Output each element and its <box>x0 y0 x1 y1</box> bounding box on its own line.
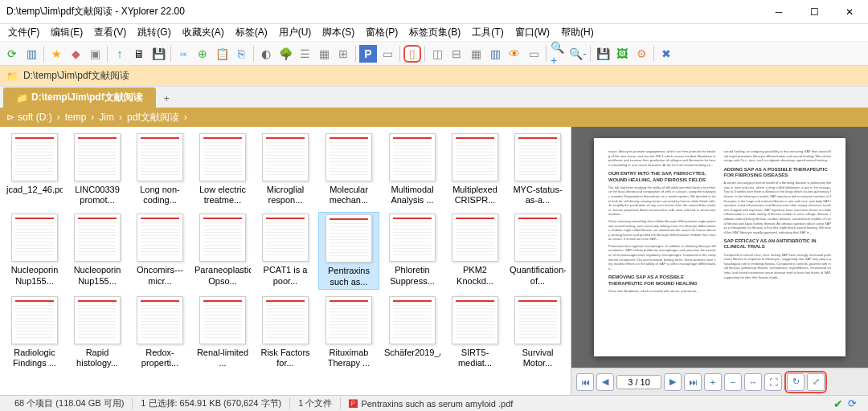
up-arrow-icon[interactable]: ↑ <box>111 45 129 63</box>
fit-width-button[interactable]: ↔ <box>744 373 762 391</box>
file-item[interactable]: Schäfer2019_Article... <box>383 295 442 370</box>
menu-tags[interactable]: 标签(A) <box>231 24 272 41</box>
layout4-icon[interactable]: ▥ <box>486 45 504 63</box>
file-item[interactable]: Microglial respon... <box>256 132 315 207</box>
parking-icon[interactable]: P <box>359 45 377 63</box>
file-item[interactable]: Radiologic Findings ... <box>5 295 64 370</box>
crumb-drive[interactable]: soft (D:) <box>14 112 55 123</box>
drive-icon[interactable]: 💾 <box>149 45 167 63</box>
refresh-icon[interactable]: ⟳ <box>3 45 21 63</box>
desktop-icon[interactable]: 🖥 <box>130 45 148 63</box>
moon-icon[interactable]: ◐ <box>257 45 275 63</box>
file-item[interactable]: Low electric treatme... <box>193 132 252 207</box>
file-item[interactable]: Phloretin Suppress... <box>383 212 442 289</box>
list-view-icon[interactable]: ☰ <box>296 45 313 63</box>
file-item[interactable]: Paraneoplastic Opso... <box>193 212 252 289</box>
settings-icon[interactable]: ✖ <box>657 45 675 63</box>
preview-pane-icon[interactable]: ▯ <box>403 45 421 63</box>
prev-page-button[interactable]: ◀ <box>596 373 614 391</box>
file-item[interactable]: Redox-properti... <box>130 295 190 370</box>
file-item[interactable]: Rituximab Therapy ... <box>318 295 379 370</box>
file-item[interactable]: Multiplexed CRISPR... <box>445 132 505 207</box>
save-icon[interactable]: 💾 <box>594 45 612 63</box>
catalog-icon[interactable]: ▣ <box>86 45 104 63</box>
visibility-icon[interactable]: 👁 <box>506 45 523 63</box>
preview-document[interactable]: tissue, fibrocytes promote angiogenesis,… <box>571 127 868 368</box>
file-item[interactable]: Nucleoporin Nup155... <box>68 212 127 289</box>
file-item[interactable]: Risk Factors for... <box>256 295 315 370</box>
zoom-in-icon[interactable]: 🔍+ <box>550 45 567 63</box>
layout3-icon[interactable]: ▦ <box>467 45 485 63</box>
menu-view[interactable]: 查看(V) <box>89 24 131 41</box>
file-item[interactable]: PKM2 Knockd... <box>445 212 505 289</box>
clipboard-icon[interactable]: 📋 <box>213 45 231 63</box>
crumb-temp[interactable]: temp <box>62 112 90 123</box>
page-indicator[interactable]: 3 / 10 <box>616 375 661 389</box>
status-refresh-icon[interactable]: ⟳ <box>848 397 857 410</box>
file-item[interactable]: PCAT1 is a poor... <box>256 212 315 289</box>
new-tab-button[interactable]: + <box>158 90 176 108</box>
close-button[interactable]: ✕ <box>837 2 862 22</box>
menu-help[interactable]: 帮助(H) <box>556 24 599 41</box>
file-item[interactable]: Molecular mechan... <box>318 132 379 207</box>
tag-icon[interactable]: ◆ <box>67 45 84 63</box>
file-item[interactable]: Survival Motor... <box>508 295 567 370</box>
paste-icon[interactable]: ⎘ <box>232 45 250 63</box>
file-item[interactable]: Rapid histology... <box>68 295 127 370</box>
breadcrumb-root-icon[interactable]: ⊳ <box>6 112 14 123</box>
fullscreen-button[interactable]: ⤢ <box>807 373 825 391</box>
file-item[interactable]: Quantification-of... <box>508 212 567 289</box>
file-item[interactable]: LINC00339 promot... <box>68 132 127 207</box>
zoom-out-button[interactable]: − <box>724 373 742 391</box>
favorite-star-icon[interactable]: ★ <box>47 45 65 63</box>
menu-favorites[interactable]: 收藏夹(A) <box>178 24 229 41</box>
menu-scripts[interactable]: 脚本(S) <box>317 24 359 41</box>
dual-pane-icon[interactable]: ▥ <box>23 45 40 63</box>
maximize-button[interactable]: ☐ <box>802 2 826 22</box>
file-item[interactable]: Pentraxins such as... <box>318 212 379 289</box>
menu-tabsets[interactable]: 标签页集(B) <box>404 24 465 41</box>
next-page-button[interactable]: ▶ <box>664 373 682 391</box>
address-bar[interactable]: 📁 D:\temp\Jim\pdf文献阅读 <box>0 66 868 87</box>
menu-go[interactable]: 跳转(G) <box>133 24 175 41</box>
file-thumbnail <box>11 296 58 344</box>
details-view-icon[interactable]: ▦ <box>315 45 333 63</box>
menu-edit[interactable]: 编辑(E) <box>46 24 88 41</box>
menu-file[interactable]: 文件(F) <box>3 24 44 41</box>
file-grid[interactable]: jcad_12_46.pdfLINC00339 promot...Long no… <box>0 127 571 395</box>
panel2-icon[interactable]: ▭ <box>525 45 542 63</box>
file-item[interactable]: Nucleoporin Nup155... <box>5 212 64 289</box>
filter-icon[interactable]: ⎃ <box>174 45 192 63</box>
last-page-button[interactable]: ⏭ <box>684 373 702 391</box>
file-item[interactable]: Long non-coding... <box>130 132 190 207</box>
active-tab[interactable]: 📁 D:\temp\Jim\pdf文献阅读 <box>3 87 156 108</box>
layout2-icon[interactable]: ⊟ <box>448 45 465 63</box>
minimize-button[interactable]: ─ <box>767 2 791 22</box>
crumb-jim[interactable]: Jim <box>96 112 117 123</box>
zoom-in-button[interactable]: + <box>704 373 722 391</box>
file-item[interactable]: Renal-limited ... <box>193 295 252 370</box>
file-item[interactable]: SIRT5-mediat... <box>445 295 505 370</box>
status-ok-icon[interactable]: ✔ <box>833 397 843 410</box>
tree-icon[interactable]: 🌳 <box>276 45 294 63</box>
rotate-button[interactable]: ↻ <box>787 373 805 391</box>
first-page-button[interactable]: ⏮ <box>576 373 594 391</box>
file-thumbnail <box>452 296 498 344</box>
crumb-current[interactable]: pdf文献阅读 <box>124 111 182 124</box>
file-item[interactable]: jcad_12_46.pdf <box>5 132 64 207</box>
fit-page-button[interactable]: ⛶ <box>764 373 782 391</box>
menu-window[interactable]: 窗口(W) <box>510 24 555 41</box>
menu-tools[interactable]: 工具(T) <box>467 24 508 41</box>
menu-user[interactable]: 用户(U) <box>274 24 317 41</box>
file-item[interactable]: Multimodal Analysis ... <box>383 132 442 207</box>
find-icon[interactable]: ⊕ <box>194 45 211 63</box>
file-item[interactable]: Oncomirs--- micr... <box>130 212 190 289</box>
panel-icon[interactable]: ▭ <box>379 45 396 63</box>
properties-icon[interactable]: ⚙ <box>633 45 650 63</box>
zoom-out-icon[interactable]: 🔍- <box>569 45 587 63</box>
image-icon[interactable]: 🖼 <box>613 45 631 63</box>
layout1-icon[interactable]: ◫ <box>428 45 446 63</box>
thumbs-view-icon[interactable]: ⊞ <box>334 45 352 63</box>
menu-panes[interactable]: 窗格(P) <box>361 24 403 41</box>
file-item[interactable]: MYC-status-as-a... <box>508 132 567 207</box>
